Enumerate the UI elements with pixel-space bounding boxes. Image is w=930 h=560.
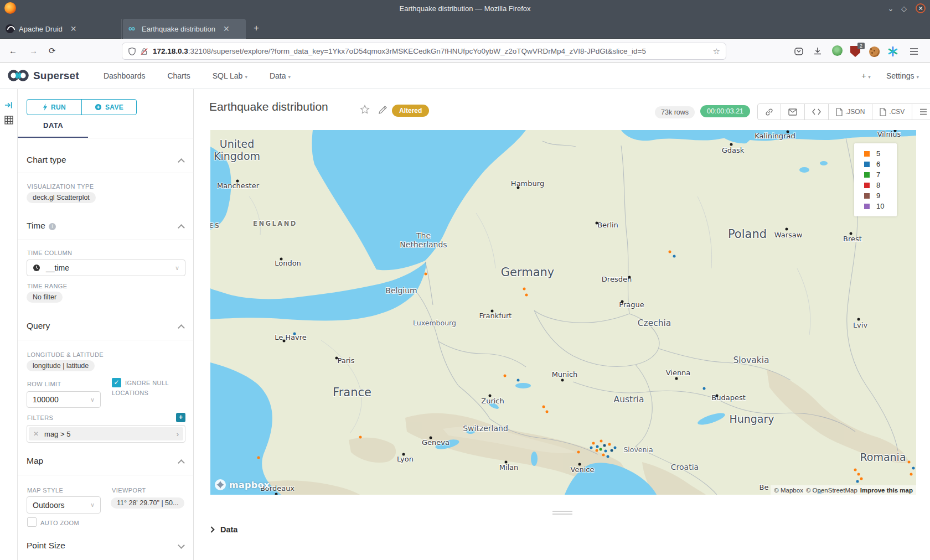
export-csv-button[interactable]: .CSV	[872, 104, 912, 120]
bookmark-star-icon[interactable]: ☆	[713, 46, 720, 56]
chevron-up-icon[interactable]	[178, 224, 185, 231]
chart-menu-button[interactable]	[912, 104, 930, 120]
settings-menu[interactable]: Settings▾	[886, 71, 919, 80]
firefox-icon	[4, 2, 16, 14]
nav-item-dashboards[interactable]: Dashboards	[104, 71, 146, 80]
map-style-select[interactable]: Outdoors ∨	[27, 496, 101, 514]
export-json-button[interactable]: .JSON	[828, 104, 872, 120]
map-label: Warsaw	[774, 231, 803, 240]
control-panel: RUN SAVE DATA Chart type VISUALIZATION T…	[18, 89, 194, 560]
tab-close-icon[interactable]: ✕	[221, 24, 232, 33]
earthquake-point	[516, 379, 519, 382]
downloads-icon[interactable]	[812, 45, 824, 58]
window-titlebar: Earthquake distribution — Mozilla Firefo…	[0, 0, 930, 17]
chevron-up-icon[interactable]	[178, 324, 185, 331]
map-label: Romania	[860, 452, 906, 464]
map-label: Switzerland	[463, 424, 508, 433]
run-button[interactable]: RUN	[27, 100, 81, 115]
row-limit-select[interactable]: 100000 ∨	[27, 391, 101, 408]
city-dot	[488, 395, 491, 397]
url-bar[interactable]: 172.18.0.3:32108/superset/explore/?form_…	[122, 43, 726, 60]
legend-label: 9	[876, 191, 880, 200]
mapbox-logo[interactable]: mapbox	[214, 479, 270, 491]
section-map[interactable]: Map	[27, 456, 43, 466]
section-chart-type[interactable]: Chart type	[27, 155, 66, 165]
add-filter-button[interactable]: +	[176, 413, 185, 422]
tab-close-icon[interactable]: ✕	[68, 24, 79, 33]
pocket-icon[interactable]	[793, 45, 805, 58]
window-maximize-button[interactable]: ◇	[899, 3, 909, 13]
tab-title: Earthquake distribution	[142, 25, 215, 33]
nav-item-charts[interactable]: Charts	[167, 71, 190, 80]
map-label: Hungary	[729, 413, 774, 426]
firefox-menu-icon[interactable]	[908, 45, 920, 58]
dataset-grid-icon[interactable]	[4, 116, 13, 125]
data-section-toggle[interactable]: Data	[209, 525, 237, 534]
forward-button[interactable]: →	[29, 46, 38, 55]
new-tab-button[interactable]: +	[254, 23, 259, 33]
back-button[interactable]: ←	[9, 46, 17, 55]
extension-asterisk-icon[interactable]	[887, 45, 899, 58]
map-label: United Kingdom	[214, 138, 260, 163]
time-column-select[interactable]: __time ∨	[27, 260, 185, 276]
attribution-mapbox-link[interactable]: © Mapbox	[774, 487, 803, 494]
tab-apache-druid[interactable]: Apache Druid ✕	[0, 19, 122, 39]
edit-properties-icon[interactable]	[379, 105, 388, 114]
save-button[interactable]: SAVE	[81, 100, 136, 115]
section-point-size[interactable]: Point Size	[27, 541, 65, 551]
section-time[interactable]: Timei	[27, 221, 56, 231]
viz-type-value[interactable]: deck.gl Scatterplot	[27, 192, 96, 203]
nav-item-data[interactable]: Data▾	[270, 71, 291, 80]
earthquake-point	[614, 447, 617, 449]
map-label: Luxembourg	[413, 319, 456, 327]
ignore-null-label-2: LOCATIONS	[112, 390, 148, 396]
time-column-label: TIME COLUMN	[27, 250, 72, 256]
map-label: Munich	[552, 371, 578, 379]
embed-code-button[interactable]	[804, 104, 828, 120]
ignore-null-label-1: IGNORE NULL	[125, 380, 169, 386]
favorite-star-icon[interactable]	[360, 105, 370, 115]
time-range-value[interactable]: No filter	[27, 292, 63, 303]
lonlat-value[interactable]: longitude | latitude	[27, 360, 95, 371]
panel-resize-handle[interactable]	[552, 511, 572, 516]
tab-data[interactable]: DATA	[43, 121, 63, 129]
cookie-extension-icon[interactable]	[868, 45, 880, 58]
expand-filter-icon[interactable]: ›	[177, 430, 179, 438]
map-label: Zurich	[481, 397, 504, 406]
time-column-value: __time	[46, 263, 69, 272]
earthquake-point	[669, 251, 671, 253]
ignore-null-checkbox[interactable]: ✓	[112, 378, 121, 387]
earthquake-point	[592, 442, 595, 445]
copy-link-button[interactable]	[758, 104, 781, 120]
email-button[interactable]	[781, 104, 804, 120]
expand-datasource-icon[interactable]	[4, 101, 13, 109]
attribution-osm-link[interactable]: © OpenStreetMap	[806, 487, 857, 494]
chevron-down-icon[interactable]	[178, 542, 185, 549]
legend-label: 7	[876, 170, 880, 179]
nav-item-sql-lab[interactable]: SQL Lab▾	[213, 71, 247, 80]
chevron-up-icon[interactable]	[178, 158, 185, 165]
attribution-improve-link[interactable]: Improve this map	[860, 487, 913, 494]
legend-label: 10	[876, 202, 884, 210]
superset-brand[interactable]: Superset	[8, 69, 79, 82]
ublock-shield-icon[interactable]: 2	[849, 45, 861, 58]
altered-badge[interactable]: Altered	[392, 105, 429, 117]
map-label: The Netherlands	[400, 231, 447, 249]
deckgl-scatter-map[interactable]: United KingdomFranceGermanyPolandHungary…	[210, 130, 916, 495]
viewport-value[interactable]: 11° 28' 29.70" | 50...	[111, 497, 184, 509]
window-minimize-button[interactable]: ⌄	[886, 3, 896, 13]
window-close-button[interactable]: ✕	[916, 3, 926, 13]
lonlat-label: LONGITUDE & LATITUDE	[27, 351, 104, 358]
map-label: Milan	[499, 464, 519, 472]
extension-green-icon[interactable]	[832, 45, 843, 56]
tab-earthquake-distribution[interactable]: ∞ Earthquake distribution ✕	[123, 19, 246, 39]
section-query[interactable]: Query	[27, 321, 50, 331]
earthquake-point	[603, 444, 606, 447]
basemap	[210, 130, 916, 495]
reload-button[interactable]: ⟳	[49, 46, 56, 56]
chevron-up-icon[interactable]	[178, 459, 185, 466]
auto-zoom-checkbox[interactable]	[27, 517, 37, 527]
remove-filter-icon[interactable]: ✕	[33, 430, 39, 438]
filter-item[interactable]: ✕ mag > 5 ›	[27, 425, 185, 443]
add-new-button[interactable]: +▾	[861, 71, 871, 80]
